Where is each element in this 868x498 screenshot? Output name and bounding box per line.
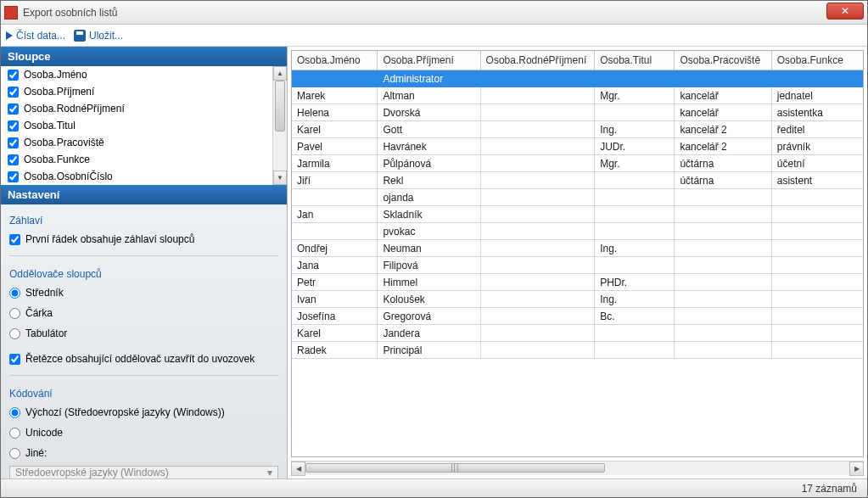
table-cell[interactable]: asistentka bbox=[771, 104, 863, 121]
table-cell[interactable] bbox=[595, 172, 675, 189]
column-item[interactable]: Osoba.Funkce bbox=[1, 151, 287, 168]
table-cell[interactable] bbox=[480, 121, 595, 138]
table-cell[interactable]: Josefína bbox=[292, 308, 378, 325]
table-cell[interactable]: právník bbox=[771, 138, 863, 155]
table-cell[interactable]: Bc. bbox=[595, 308, 675, 325]
table-cell[interactable]: jednatel bbox=[771, 87, 863, 104]
table-row[interactable]: ojanda bbox=[292, 189, 863, 206]
table-cell[interactable]: Neuman bbox=[378, 240, 480, 257]
column-checkbox[interactable] bbox=[8, 70, 19, 81]
table-cell[interactable]: Himmel bbox=[378, 274, 480, 291]
table-cell[interactable] bbox=[675, 308, 771, 325]
table-cell[interactable]: účetní bbox=[771, 155, 863, 172]
table-row[interactable]: OndřejNeumanIng. bbox=[292, 240, 863, 257]
table-cell[interactable] bbox=[675, 240, 771, 257]
table-cell[interactable]: ředitel bbox=[771, 121, 863, 138]
table-cell[interactable] bbox=[292, 189, 378, 206]
horizontal-scroll-thumb[interactable]: ||| bbox=[305, 463, 605, 473]
column-item[interactable]: Osoba.Jméno bbox=[1, 66, 287, 83]
table-cell[interactable]: Koloušek bbox=[378, 291, 480, 308]
table-cell[interactable] bbox=[771, 291, 863, 308]
table-row[interactable]: JanSkladník bbox=[292, 206, 863, 223]
encoding-default-radio[interactable] bbox=[9, 407, 20, 418]
table-cell[interactable]: Ivan bbox=[292, 291, 378, 308]
horizontal-scrollbar[interactable]: ◀ ||| ▶ bbox=[291, 461, 864, 475]
column-item[interactable]: Osoba.RodnéPříjmení bbox=[1, 100, 287, 117]
table-cell[interactable]: Skladník bbox=[378, 206, 480, 223]
table-cell[interactable] bbox=[771, 274, 863, 291]
column-checkbox[interactable] bbox=[8, 87, 19, 98]
first-row-header-check[interactable]: První řádek obsahuje záhlaví sloupců bbox=[9, 232, 278, 247]
scroll-up-icon[interactable]: ▲ bbox=[273, 66, 287, 81]
table-cell[interactable]: Půlpánová bbox=[378, 155, 480, 172]
table-cell[interactable] bbox=[480, 291, 595, 308]
table-cell[interactable]: kancelář bbox=[675, 104, 771, 121]
table-cell[interactable] bbox=[595, 257, 675, 274]
table-cell[interactable]: Marek bbox=[292, 87, 378, 104]
table-cell[interactable] bbox=[771, 70, 863, 87]
table-row[interactable]: PavelHavránekJUDr.kancelář 2právník bbox=[292, 138, 863, 155]
table-cell[interactable]: Helena bbox=[292, 104, 378, 121]
encoding-other[interactable]: Jiné: bbox=[9, 445, 278, 461]
column-header[interactable]: Osoba.Příjmení bbox=[378, 51, 480, 70]
table-cell[interactable] bbox=[675, 257, 771, 274]
table-cell[interactable] bbox=[480, 342, 595, 359]
scroll-left-icon[interactable]: ◀ bbox=[291, 462, 305, 476]
table-row[interactable]: JiříReklúčtárnaasistent bbox=[292, 172, 863, 189]
table-row[interactable]: JanaFilipová bbox=[292, 257, 863, 274]
table-cell[interactable] bbox=[771, 325, 863, 342]
table-cell[interactable]: kancelář 2 bbox=[675, 121, 771, 138]
table-row[interactable]: pvokac bbox=[292, 223, 863, 240]
quote-strings-checkbox[interactable] bbox=[9, 354, 20, 365]
column-item[interactable]: Osoba.Pracoviště bbox=[1, 134, 287, 151]
table-cell[interactable]: Altman bbox=[378, 87, 480, 104]
scroll-down-icon[interactable]: ▼ bbox=[273, 171, 287, 185]
table-cell[interactable]: Radek bbox=[292, 342, 378, 359]
table-cell[interactable] bbox=[292, 223, 378, 240]
table-cell[interactable] bbox=[771, 240, 863, 257]
column-checkbox[interactable] bbox=[8, 137, 19, 148]
table-cell[interactable] bbox=[480, 70, 595, 87]
table-cell[interactable] bbox=[771, 223, 863, 240]
table-cell[interactable] bbox=[480, 172, 595, 189]
table-cell[interactable] bbox=[480, 223, 595, 240]
column-header[interactable]: Osoba.RodnéPříjmení bbox=[480, 51, 595, 70]
table-cell[interactable]: Gott bbox=[378, 121, 480, 138]
table-cell[interactable]: Jan bbox=[292, 206, 378, 223]
table-cell[interactable] bbox=[480, 155, 595, 172]
column-header[interactable]: Osoba.Titul bbox=[595, 51, 675, 70]
encoding-unicode[interactable]: Unicode bbox=[9, 425, 278, 440]
table-cell[interactable]: Jarmila bbox=[292, 155, 378, 172]
table-cell[interactable]: Dvorská bbox=[378, 104, 480, 121]
table-cell[interactable]: Jiří bbox=[292, 172, 378, 189]
table-cell[interactable] bbox=[595, 342, 675, 359]
column-checkbox[interactable] bbox=[8, 104, 19, 115]
table-row[interactable]: PetrHimmelPHDr. bbox=[292, 274, 863, 291]
column-header[interactable]: Osoba.Pracoviště bbox=[675, 51, 771, 70]
column-checkbox[interactable] bbox=[8, 171, 19, 182]
table-cell[interactable] bbox=[480, 274, 595, 291]
first-row-header-checkbox[interactable] bbox=[9, 234, 20, 245]
table-cell[interactable] bbox=[675, 70, 771, 87]
table-cell[interactable] bbox=[480, 257, 595, 274]
table-cell[interactable]: Gregorová bbox=[378, 308, 480, 325]
table-cell[interactable]: asistent bbox=[771, 172, 863, 189]
table-cell[interactable] bbox=[480, 240, 595, 257]
column-item[interactable]: Osoba.Příjmení bbox=[1, 83, 287, 100]
scroll-track[interactable]: ||| bbox=[305, 462, 849, 476]
table-cell[interactable]: Petr bbox=[292, 274, 378, 291]
table-cell[interactable]: kancelář 2 bbox=[675, 138, 771, 155]
table-cell[interactable] bbox=[675, 206, 771, 223]
table-cell[interactable] bbox=[480, 104, 595, 121]
table-row[interactable]: IvanKoloušekIng. bbox=[292, 291, 863, 308]
table-row[interactable]: KarelGottIng.kancelář 2ředitel bbox=[292, 121, 863, 138]
quote-strings-check[interactable]: Řetězce obsahující oddělovač uzavřít do … bbox=[9, 351, 278, 367]
table-cell[interactable]: Rekl bbox=[378, 172, 480, 189]
table-cell[interactable]: PHDr. bbox=[595, 274, 675, 291]
save-button[interactable]: Uložit... bbox=[74, 30, 123, 42]
columns-scrollbar[interactable]: ▲ ▼ bbox=[272, 66, 287, 185]
delimiter-tab-radio[interactable] bbox=[9, 328, 20, 339]
table-cell[interactable] bbox=[480, 87, 595, 104]
table-cell[interactable] bbox=[595, 70, 675, 87]
close-button[interactable]: ✕ bbox=[826, 3, 864, 20]
